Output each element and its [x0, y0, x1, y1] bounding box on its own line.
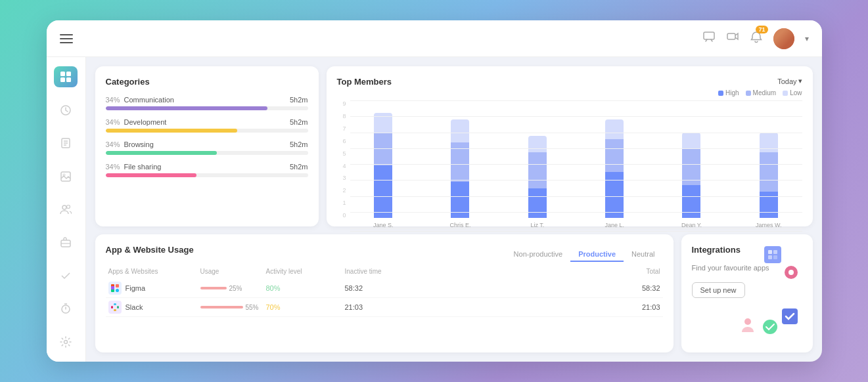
notification-count: 71: [756, 26, 767, 33]
svg-rect-30: [768, 250, 772, 254]
communication-pct: 34%: [106, 96, 120, 104]
y-label-7: 7: [337, 125, 346, 132]
slack-usage-pct: 55%: [246, 304, 259, 311]
avatar[interactable]: [773, 28, 794, 49]
james-w-medium: [760, 152, 778, 192]
grid-line-2: [350, 212, 802, 213]
hamburger-menu[interactable]: [60, 34, 73, 43]
slack-activity-cell: 70%: [266, 303, 345, 311]
chris-e-low: [451, 119, 469, 142]
video-icon[interactable]: [726, 30, 739, 47]
categories-title: Categories: [106, 77, 308, 87]
svg-rect-24: [111, 286, 114, 289]
integrations-title: Integrations: [692, 245, 802, 255]
figma-activity-value: 80%: [266, 284, 281, 292]
notification-bell[interactable]: 71: [750, 31, 763, 47]
app-usage-tabs: Non-productive Productive Neutral: [506, 247, 663, 261]
sidebar-item-users[interactable]: [54, 199, 78, 220]
jane-s-medium: [374, 133, 392, 165]
svg-rect-2: [60, 72, 65, 76]
sidebar-item-checklist[interactable]: [54, 265, 78, 286]
browsing-time: 5h2m: [290, 140, 308, 148]
col-header-total: Total: [411, 268, 660, 275]
set-up-new-button[interactable]: Set up new: [692, 282, 745, 298]
col-header-activity: Activity level: [266, 268, 345, 275]
grid-line-3: [350, 196, 802, 197]
table-header: Apps & Websites Usage Activity level Ina…: [106, 268, 663, 275]
browsing-progress-fill: [106, 151, 217, 155]
y-axis: 0 1 2 3 4 5 6 7 8 9: [337, 100, 346, 219]
tab-neutral[interactable]: Neutral: [624, 247, 662, 262]
jane-s-high: [374, 165, 392, 218]
col-header-usage: Usage: [200, 268, 266, 275]
today-filter-button[interactable]: Today ▾: [777, 77, 802, 85]
sidebar-item-settings[interactable]: [54, 331, 78, 352]
sidebar-item-image[interactable]: [54, 165, 78, 186]
browsing-progress-bar: [106, 151, 308, 155]
figma-usage-pct: 25%: [229, 285, 242, 292]
figma-inactive-value: 58:32: [345, 284, 363, 292]
sidebar-item-briefcase[interactable]: [54, 232, 78, 253]
integration-icon-1: [763, 245, 783, 268]
y-label-3: 3: [337, 175, 346, 181]
profile-chevron-icon[interactable]: ▾: [805, 34, 809, 43]
svg-rect-31: [773, 250, 777, 254]
filesharing-time: 5h2m: [290, 163, 308, 171]
dean-y-medium: [682, 149, 700, 185]
sidebar-item-clock[interactable]: [54, 99, 78, 120]
integrations-inner: Integrations Find your favourite apps Se…: [692, 245, 802, 342]
app-usage-title: App & Website Usage: [106, 245, 194, 255]
svg-point-35: [788, 270, 794, 275]
sidebar-item-document[interactable]: [54, 133, 78, 154]
filesharing-pct: 34%: [106, 163, 120, 171]
figma-activity-cell: 80%: [266, 284, 345, 292]
browsing-pct: 34%: [106, 140, 120, 148]
svg-rect-36: [782, 308, 798, 324]
figma-app-name: Figma: [126, 284, 146, 292]
grid-line-7: [350, 133, 802, 133]
filesharing-progress-bar: [106, 173, 308, 177]
bar-chris-e: Chris E.: [427, 119, 493, 228]
svg-rect-21: [116, 284, 119, 287]
svg-rect-25: [111, 306, 113, 308]
sidebar-item-dashboard[interactable]: [54, 66, 78, 87]
slack-app-name: Slack: [126, 303, 143, 311]
sidebar: [47, 57, 86, 362]
legend-medium-label: Medium: [753, 89, 777, 96]
sidebar-item-timer[interactable]: [54, 298, 78, 319]
svg-rect-4: [60, 77, 65, 82]
category-development: 34% Development 5h2m: [106, 118, 308, 133]
grid-line-5: [350, 164, 802, 165]
jane-s-low: [374, 113, 392, 133]
header-left: [60, 34, 73, 43]
svg-point-38: [744, 318, 751, 325]
chart-header: Top Members Today ▾ High: [337, 77, 802, 96]
svg-rect-26: [114, 303, 116, 305]
svg-point-37: [763, 320, 777, 334]
y-label-8: 8: [337, 113, 346, 119]
bar-jane-s: Jane S.: [350, 113, 417, 228]
slack-activity-value: 70%: [266, 303, 281, 311]
communication-time: 5h2m: [290, 96, 308, 104]
svg-point-23: [116, 289, 119, 292]
jane-l-medium: [605, 139, 624, 172]
tab-productive[interactable]: Productive: [570, 247, 624, 262]
bottom-row: App & Website Usage Non-productive Produ…: [95, 234, 813, 352]
tab-non-productive[interactable]: Non-productive: [506, 247, 571, 262]
bar-jane-l: Jane L.: [581, 119, 647, 228]
svg-rect-0: [704, 32, 714, 39]
header-right: 71 ▾: [702, 28, 809, 49]
y-label-5: 5: [337, 150, 346, 157]
slack-usage-bar: [200, 306, 243, 308]
figma-icon: [108, 282, 122, 295]
col-header-inactive: Inactive time: [345, 268, 411, 275]
figma-usage-cell: 25%: [200, 285, 266, 292]
slack-inactive-cell: 21:03: [345, 303, 411, 311]
chat-icon[interactable]: [702, 30, 716, 47]
figma-inactive-cell: 58:32: [345, 284, 411, 292]
integrations-card: Integrations Find your favourite apps Se…: [681, 234, 813, 352]
jane-l-high: [605, 172, 624, 218]
chart-controls: Today ▾ High Medium: [718, 77, 802, 96]
body: Categories 34% Communication 5h2m: [47, 57, 822, 362]
svg-rect-28: [114, 309, 116, 311]
